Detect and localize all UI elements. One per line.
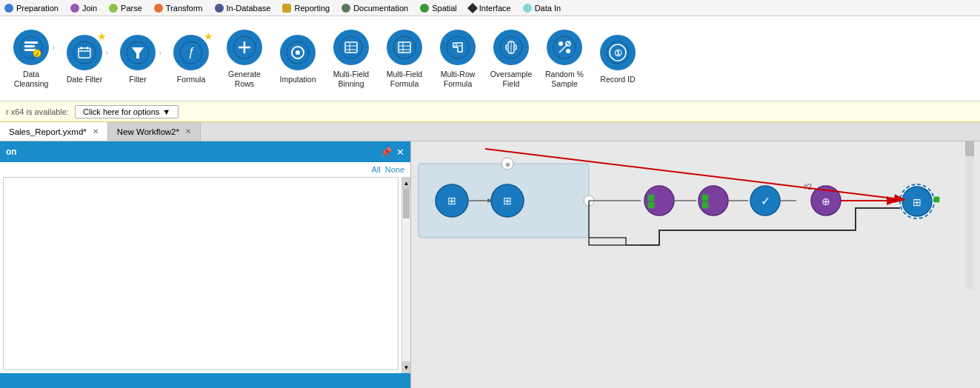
svg-point-67: [811, 186, 841, 215]
tool-label-formula: Formula: [177, 75, 206, 84]
svg-rect-57: [648, 195, 654, 201]
svg-rect-77: [965, 141, 974, 290]
tool-label-record-id: Record ID: [600, 75, 635, 84]
svg-line-74: [485, 149, 900, 199]
scrollbar-thumb[interactable]: [403, 189, 410, 218]
svg-point-46: [436, 184, 468, 217]
panel-scrollbar: ▲ ▼: [401, 177, 410, 373]
panel-list-area: ▲ ▼: [0, 177, 410, 373]
svg-rect-45: [419, 164, 589, 238]
cat-label-transform: Transform: [166, 4, 203, 13]
svg-rect-2: [24, 45, 35, 47]
link-all[interactable]: All: [371, 165, 380, 174]
tool-icon-random-pct-sample: [547, 30, 582, 65]
cat-preparation[interactable]: Preparation: [4, 4, 59, 13]
tool-label-generate-rows: GenerateRows: [228, 70, 261, 88]
cat-label-join: Join: [82, 4, 97, 13]
svg-point-20: [296, 50, 300, 55]
panel-controls: 📌 ✕: [380, 147, 404, 158]
svg-text:✓: ✓: [761, 195, 770, 207]
cat-parse[interactable]: Parse: [109, 4, 142, 13]
tool-multi-field-binning[interactable]: Multi-FieldBinning: [326, 25, 376, 91]
tool-generate-rows[interactable]: GenerateRows: [219, 25, 270, 91]
svg-point-6: [73, 41, 96, 64]
link-none[interactable]: None: [385, 165, 404, 174]
svg-rect-58: [648, 202, 654, 208]
svg-text:#2: #2: [804, 183, 813, 191]
tab-close-sales-report[interactable]: ✕: [93, 127, 99, 136]
tool-icon-wrap-record-id: ①: [599, 33, 637, 72]
tool-oversample-field[interactable]: OversampleField: [486, 25, 536, 91]
main-area: on 📌 ✕ All None ▲ ▼: [0, 141, 980, 388]
cat-documentation[interactable]: Documentation: [341, 4, 408, 13]
tool-label-multi-row-formula: Multi-RowFormula: [441, 70, 476, 88]
panel-bottom: [0, 373, 410, 388]
tool-ribbon: ✓ › DataCleansing ★ › Date Filter › Filt…: [0, 16, 980, 101]
tool-icon-oversample-field: [493, 30, 529, 65]
tab-new-workflow2[interactable]: New Workflow2* ✕: [108, 122, 201, 141]
tool-icon-wrap-generate-rows: [225, 28, 264, 67]
cat-join[interactable]: Join: [70, 4, 97, 13]
cat-dot-documentation: [341, 4, 350, 13]
cat-label-reporting: Reporting: [294, 4, 330, 13]
tab-close-new-workflow2[interactable]: ✕: [185, 127, 191, 136]
tool-record-id[interactable]: ① Record ID: [593, 30, 643, 87]
workflow-svg: ⊞ ⊞ ⊕: [411, 141, 980, 388]
cat-in-database[interactable]: In-Database: [215, 4, 271, 13]
tool-label-oversample-field: OversampleField: [490, 70, 533, 88]
star-date-filter: ★: [97, 30, 107, 42]
cat-dot-transform: [154, 4, 163, 13]
tool-label-filter: Filter: [129, 75, 146, 84]
chevron-right-data-cleansing: ›: [53, 44, 55, 52]
tool-random-pct-sample[interactable]: Random %Sample: [539, 25, 590, 91]
cat-label-indatabase: In-Database: [227, 4, 271, 13]
tool-date-filter[interactable]: ★ › Date Filter: [59, 30, 110, 87]
tool-icon-wrap-random-pct-sample: [545, 28, 584, 67]
tool-icon-wrap-multi-field-formula: [385, 28, 424, 67]
tool-icon-wrap-multi-field-binning: [332, 28, 370, 67]
update-options-button[interactable]: Click here for options ▼: [75, 105, 179, 118]
cat-diamond-interface: [467, 2, 478, 13]
panel-title: on: [6, 147, 17, 157]
tool-multi-field-formula[interactable]: Multi-FieldFormula: [379, 25, 430, 91]
cat-transform[interactable]: Transform: [154, 4, 203, 13]
cat-reporting[interactable]: Reporting: [282, 4, 330, 13]
tool-filter[interactable]: › Filter: [113, 30, 163, 87]
tool-icon-wrap-filter: ›: [119, 33, 157, 72]
svg-point-39: [566, 49, 570, 53]
pin-icon[interactable]: 📌: [380, 147, 392, 158]
tool-icon-imputation: [280, 35, 316, 70]
svg-rect-70: [900, 184, 934, 218]
tool-icon-data-cleansing: ✓: [13, 30, 49, 65]
tool-label-data-cleansing: DataCleansing: [14, 70, 49, 88]
cat-dot-datain: [523, 4, 532, 13]
tool-multi-row-formula[interactable]: Multi-RowFormula: [433, 25, 483, 91]
tool-label-random-pct-sample: Random %Sample: [545, 70, 584, 88]
svg-point-59: [699, 186, 728, 215]
tool-imputation[interactable]: Imputation: [273, 30, 323, 87]
svg-point-55: [644, 186, 674, 215]
cat-interface[interactable]: Interface: [469, 4, 511, 13]
scrollbar-up[interactable]: ▲: [402, 177, 410, 189]
cat-spatial[interactable]: Spatial: [420, 4, 457, 13]
canvas-area[interactable]: ⊞ ⊞ ⊕: [411, 141, 980, 388]
svg-text:⊞: ⊞: [447, 195, 456, 207]
scrollbar-down[interactable]: ▼: [402, 361, 410, 373]
category-bar: Preparation Join Parse Transform In-Data…: [0, 0, 980, 16]
tool-data-cleansing[interactable]: ✓ › DataCleansing: [6, 25, 56, 91]
svg-point-38: [559, 41, 563, 46]
tool-formula[interactable]: ƒ ★ Formula: [166, 30, 216, 87]
panel-header: on 📌 ✕: [0, 141, 410, 162]
svg-point-51: [584, 195, 594, 206]
cat-dot-preparation: [4, 4, 13, 13]
tab-sales-report[interactable]: Sales_Report.yxmd* ✕: [0, 122, 108, 141]
cat-label-datain: Data In: [535, 4, 561, 13]
close-panel-icon[interactable]: ✕: [396, 147, 404, 158]
cat-label-interface: Interface: [479, 4, 511, 13]
cat-label-spatial: Spatial: [432, 4, 457, 13]
panel-list[interactable]: [3, 177, 399, 370]
svg-point-63: [750, 186, 780, 215]
cat-data-in[interactable]: Data In: [523, 4, 561, 13]
tool-icon-multi-field-binning: [333, 30, 369, 65]
svg-text:⊞: ⊞: [913, 196, 921, 208]
